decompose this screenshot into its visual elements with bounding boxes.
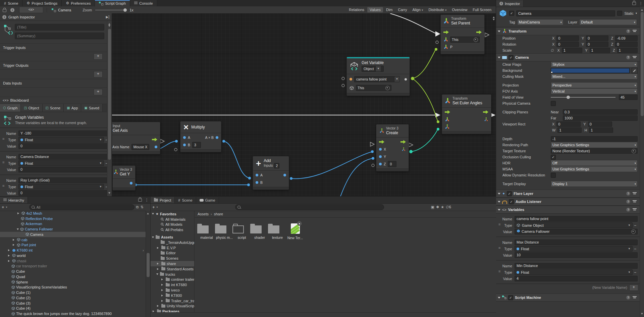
drag-handle[interactable]: = — [2, 137, 4, 141]
variable-name-field[interactable]: camera fallow point — [515, 216, 638, 222]
enabled-checkbox[interactable]: ✓ — [508, 55, 514, 60]
hierarchy-item[interactable]: Cube (1) — [0, 290, 146, 295]
lock-icon[interactable] — [632, 2, 636, 5]
help-icon[interactable] — [626, 29, 630, 33]
expand-arrow-icon[interactable] — [161, 278, 164, 280]
value-dropdown[interactable]: Off▾ — [551, 160, 638, 166]
target-object-field[interactable]: This — [450, 37, 480, 43]
expand-arrow-icon[interactable] — [161, 300, 164, 302]
project-tree-item[interactable]: trucks — [151, 272, 194, 277]
asset-item-material[interactable]: material — [197, 223, 216, 240]
chevron-right-icon[interactable]: › — [143, 248, 144, 252]
project-tree-item[interactable]: All Materials — [151, 217, 194, 222]
expand-arrow-icon[interactable] — [17, 212, 20, 214]
expand-arrow-icon[interactable] — [157, 263, 160, 265]
variable-value-field[interactable]: 0 — [18, 143, 109, 149]
variable-scope-dropdown[interactable]: Object▼ — [362, 66, 384, 72]
remove-variable-button[interactable]: − — [633, 247, 638, 251]
component-header-flare-layer[interactable]: ✦✓Flare Layer⋮ — [496, 190, 644, 198]
value-dropdown[interactable]: Skybox▾ — [551, 61, 638, 67]
input-port-a[interactable] — [183, 136, 186, 139]
enabled-checkbox[interactable]: ✓ — [509, 199, 514, 204]
hierarchy-item[interactable]: Cube (2) — [0, 295, 146, 301]
project-tree-item[interactable]: _TerrainAutoUpgrade — [151, 240, 194, 245]
add-variable-button[interactable]: + — [629, 284, 638, 291]
scroll-down-icon[interactable] — [108, 192, 110, 195]
pair-field-a[interactable]: 0 — [556, 121, 581, 127]
asset-item-texture[interactable]: texture — [268, 223, 287, 240]
tab-hierarchy[interactable]: Hierarchy — [0, 197, 28, 203]
expand-arrow-icon[interactable] — [8, 255, 11, 257]
chevron-down-icon[interactable]: ▾ — [636, 12, 637, 15]
node-add[interactable]: +AddInputs2 A B — [253, 156, 289, 190]
node-vector3-get-y[interactable]: Vector 3Get Y — [112, 165, 136, 191]
project-tree-item[interactable]: Scenes — [151, 256, 194, 261]
hierarchy-item[interactable]: car transport trailer — [0, 264, 146, 269]
search-by-label-icon[interactable]: ✱ — [436, 205, 439, 209]
flow-output-port[interactable] — [152, 138, 157, 142]
tab-project[interactable]: Project — [151, 197, 175, 203]
flow-input-port[interactable] — [443, 31, 449, 34]
tab-script-graph[interactable]: Script Graph — [95, 0, 130, 6]
component-header-audio-listener[interactable]: ✓Audio Listener⋮ — [496, 198, 644, 206]
input-port-x[interactable] — [379, 148, 382, 151]
blackboard-tab-app[interactable]: ▦App — [64, 104, 81, 112]
zoom-slider-handle[interactable] — [123, 8, 127, 12]
gameobject-port-icon[interactable] — [350, 86, 354, 90]
static-checkbox[interactable] — [617, 11, 622, 16]
add-data-input-button[interactable]: + — [94, 89, 103, 95]
value-checkbox[interactable] — [551, 173, 556, 178]
slider-value-field[interactable]: 45 — [619, 95, 638, 100]
help-icon[interactable] — [626, 208, 630, 212]
vector3-output-icon[interactable] — [484, 117, 488, 122]
scroll-down-icon[interactable] — [108, 25, 110, 28]
variable-type-dropdown[interactable]: Float▼ — [515, 246, 633, 252]
asset-item-physic-m-[interactable]: physic m... — [215, 223, 234, 240]
search-input[interactable] — [36, 205, 132, 210]
foldout-arrow-icon[interactable] — [498, 209, 500, 212]
hierarchy-item[interactable]: Quad — [0, 274, 146, 279]
axis-field-z[interactable]: 0 — [615, 42, 638, 47]
value-dropdown[interactable]: Display 1▾ — [551, 181, 638, 187]
expand-arrow-icon[interactable] — [157, 268, 160, 270]
project-tree-item[interactable]: ★Favorites — [151, 211, 194, 217]
expand-arrow-icon[interactable] — [8, 260, 11, 262]
drag-handle[interactable]: = — [2, 160, 4, 164]
scrollbar-thumb[interactable] — [108, 29, 111, 160]
asset-item-shader[interactable]: shader — [250, 223, 269, 240]
pair-field-a[interactable]: 1 — [557, 127, 582, 133]
axis-field-x[interactable]: 0 — [556, 42, 579, 47]
presets-icon[interactable] — [633, 208, 637, 211]
gameobject-name-field[interactable] — [516, 10, 615, 16]
expand-arrow-icon[interactable] — [161, 284, 164, 286]
node-set-parent[interactable]: TransformSet Parent This P — [440, 14, 485, 54]
hierarchy-item[interactable]: Camera — [0, 232, 146, 237]
panel-scrollbar[interactable] — [107, 21, 112, 196]
blackboard-tab-graph[interactable]: ⬡Graph — [0, 104, 21, 112]
value-field[interactable]: 1000 — [563, 115, 638, 121]
hierarchy-scrollbar[interactable] — [146, 211, 150, 317]
menu-icon[interactable]: ⋮ — [639, 1, 643, 6]
flow-output-port[interactable] — [483, 110, 488, 114]
favorites-icon[interactable]: ★ — [441, 205, 444, 209]
drag-handle[interactable]: = — [498, 269, 500, 273]
expand-arrow-icon[interactable] — [13, 244, 15, 246]
variable-value-field[interactable]: 10 — [515, 252, 638, 258]
transform-port-icon[interactable] — [443, 45, 448, 50]
background-color-swatch[interactable] — [551, 68, 630, 73]
info-icon[interactable]: i — [10, 8, 14, 12]
z-value-field[interactable]: 0 — [388, 161, 396, 167]
slider-handle[interactable] — [567, 96, 570, 99]
flow-input-port[interactable] — [445, 110, 450, 114]
hierarchy-item[interactable]: Cube (3) — [0, 301, 146, 306]
value-output-port[interactable] — [405, 78, 407, 81]
project-search[interactable] — [235, 204, 384, 210]
align-button[interactable]: Align ▾ — [410, 7, 425, 12]
project-tree-item[interactable]: int KT680 — [151, 282, 194, 287]
fov-slider[interactable] — [551, 97, 615, 98]
expand-arrow-icon[interactable] — [157, 305, 160, 307]
pair-field-b[interactable]: 0 — [588, 121, 612, 127]
breadcrumb-assets[interactable]: Assets — [198, 212, 209, 216]
foldout-arrow-icon[interactable] — [498, 193, 500, 196]
expand-arrow-icon[interactable] — [161, 289, 164, 291]
